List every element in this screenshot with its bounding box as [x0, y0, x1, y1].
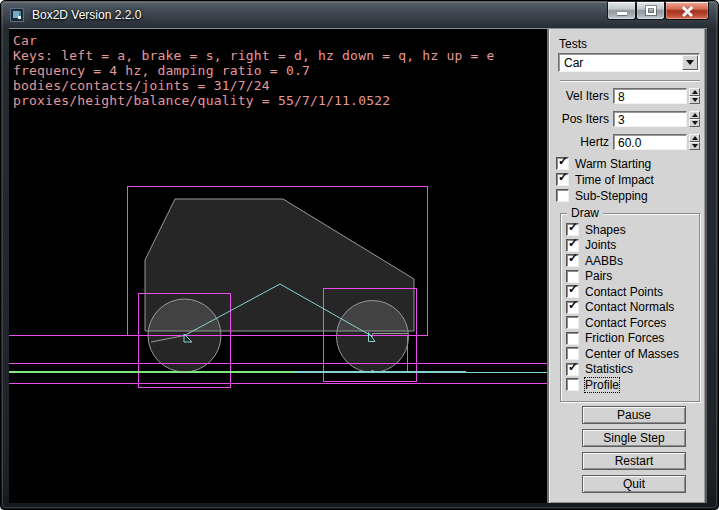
hertz-spin-up[interactable]	[689, 134, 700, 142]
checkmark-icon: ✓	[558, 171, 568, 184]
shapes-label: Shapes	[585, 223, 626, 237]
vel-iters-spin-up[interactable]	[689, 88, 700, 96]
arrow-down-icon	[692, 144, 698, 148]
maximize-button[interactable]	[636, 1, 665, 20]
panel-separator	[560, 80, 700, 82]
spinner-rows: Vel Iters8Pos Iters3Hertz60.0	[551, 88, 701, 157]
contact-forces-checkbox[interactable]	[566, 316, 579, 329]
stats-line: proxies/height/balance/quality = 55/7/1/…	[13, 93, 495, 108]
sub-stepping-row: Sub-Stepping	[556, 189, 654, 202]
shapes-row: ✓Shapes	[566, 223, 679, 236]
aabbs-label: AABBs	[585, 254, 623, 268]
draw-groupbox-label: Draw	[567, 206, 603, 220]
pairs-checkbox[interactable]	[566, 270, 579, 283]
action-buttons: PauseSingle StepRestartQuit	[582, 406, 686, 493]
contact-normals-label: Contact Normals	[585, 300, 674, 314]
pos-iters-row: Pos Iters3	[551, 111, 701, 126]
window-controls	[607, 1, 709, 20]
pairs-label: Pairs	[585, 269, 612, 283]
stats-line: frequency = 4 hz, damping ratio = 0.7	[13, 63, 495, 78]
restart-button[interactable]: Restart	[582, 452, 686, 470]
pos-iters-spinner	[689, 111, 700, 127]
tests-combobox[interactable]: Car	[558, 53, 700, 72]
contact-forces-row: Contact Forces	[566, 316, 679, 329]
vel-iters-row: Vel Iters8	[551, 88, 701, 103]
sim-checkboxes: ✓Warm Starting✓Time of ImpactSub-Steppin…	[556, 157, 654, 205]
checkmark-icon: ✓	[568, 221, 578, 234]
single-step-button[interactable]: Single Step	[582, 429, 686, 447]
sub-stepping-checkbox[interactable]	[556, 189, 569, 202]
joints-row: ✓Joints	[566, 239, 679, 252]
contact-point-right	[372, 370, 374, 372]
contact-normals-checkbox[interactable]: ✓	[566, 301, 579, 314]
contact-points-label: Contact Points	[585, 285, 663, 299]
stats-block: CarKeys: left = a, brake = s, right = d,…	[13, 33, 495, 108]
control-panel: Tests Car Vel Iters8Pos Iters3Hertz60.0 …	[547, 29, 707, 503]
sub-stepping-label: Sub-Stepping	[575, 189, 648, 203]
checkmark-icon: ✓	[568, 237, 578, 250]
arrow-up-icon	[692, 90, 698, 94]
center-of-masses-label: Center of Masses	[585, 347, 679, 361]
contact-points-row: ✓Contact Points	[566, 285, 679, 298]
window-title: Box2D Version 2.2.0	[32, 8, 141, 22]
pos-iters-spin-up[interactable]	[689, 111, 700, 119]
pause-button[interactable]: Pause	[582, 406, 686, 424]
profile-row: Profile	[566, 378, 679, 391]
profile-checkbox[interactable]	[566, 378, 579, 391]
tests-combobox-dropdown-button[interactable]	[682, 55, 698, 70]
draw-groupbox: Draw ✓Shapes✓Joints✓AABBsPairs✓Contact P…	[560, 213, 700, 402]
pos-iters-label: Pos Iters	[551, 112, 609, 126]
friction-forces-label: Friction Forces	[585, 331, 664, 345]
friction-forces-row: Friction Forces	[566, 332, 679, 345]
center-of-masses-checkbox[interactable]	[566, 347, 579, 360]
statistics-row: ✓Statistics	[566, 363, 679, 376]
minimize-button[interactable]	[607, 1, 636, 20]
hertz-row: Hertz60.0	[551, 134, 701, 149]
time-of-impact-label: Time of Impact	[575, 173, 654, 187]
quit-button[interactable]: Quit	[582, 475, 686, 493]
hertz-spinner	[689, 134, 700, 150]
contact-points-checkbox[interactable]: ✓	[566, 285, 579, 298]
draw-checkboxes: ✓Shapes✓Joints✓AABBsPairs✓Contact Points…	[566, 223, 679, 394]
contact-normals-row: ✓Contact Normals	[566, 301, 679, 314]
stats-line: bodies/contacts/joints = 31/7/24	[13, 78, 495, 93]
friction-forces-checkbox[interactable]	[566, 332, 579, 345]
minimize-icon	[617, 12, 627, 15]
aabbs-row: ✓AABBs	[566, 254, 679, 267]
arrow-down-icon	[692, 121, 698, 125]
stats-line: Car	[13, 33, 495, 48]
time-of-impact-checkbox[interactable]: ✓	[556, 173, 569, 186]
pos-iters-spin-down[interactable]	[689, 119, 700, 127]
chevron-down-icon	[686, 60, 694, 65]
arrow-up-icon	[692, 113, 698, 117]
warm-starting-row: ✓Warm Starting	[556, 157, 654, 170]
vel-iters-label: Vel Iters	[551, 89, 609, 103]
checkmark-icon: ✓	[568, 283, 578, 296]
vel-iters-input[interactable]: 8	[613, 88, 687, 104]
time-of-impact-row: ✓Time of Impact	[556, 173, 654, 186]
hertz-spin-down[interactable]	[689, 142, 700, 150]
tests-label: Tests	[559, 37, 587, 51]
simulation-canvas[interactable]: CarKeys: left = a, brake = s, right = d,…	[9, 29, 547, 503]
statistics-checkbox[interactable]: ✓	[566, 363, 579, 376]
aabbs-checkbox[interactable]: ✓	[566, 254, 579, 267]
close-icon	[681, 5, 694, 16]
hertz-label: Hertz	[551, 135, 609, 149]
maximize-icon	[646, 6, 656, 15]
hertz-input[interactable]: 60.0	[613, 134, 687, 150]
pairs-row: Pairs	[566, 270, 679, 283]
close-button[interactable]	[665, 1, 709, 20]
checkmark-icon: ✓	[558, 155, 568, 168]
shapes-checkbox[interactable]: ✓	[566, 223, 579, 236]
vel-iters-spin-down[interactable]	[689, 96, 700, 104]
joints-checkbox[interactable]: ✓	[566, 239, 579, 252]
arrow-down-icon	[692, 98, 698, 102]
pos-iters-input[interactable]: 3	[613, 111, 687, 127]
checkmark-icon: ✓	[568, 299, 578, 312]
joints-label: Joints	[585, 238, 616, 252]
contact-forces-label: Contact Forces	[585, 316, 666, 330]
app-window: Box2D Version 2.2.0	[0, 0, 719, 510]
warm-starting-checkbox[interactable]: ✓	[556, 157, 569, 170]
vel-iters-spinner	[689, 88, 700, 104]
title-bar[interactable]: Box2D Version 2.2.0	[1, 1, 718, 29]
